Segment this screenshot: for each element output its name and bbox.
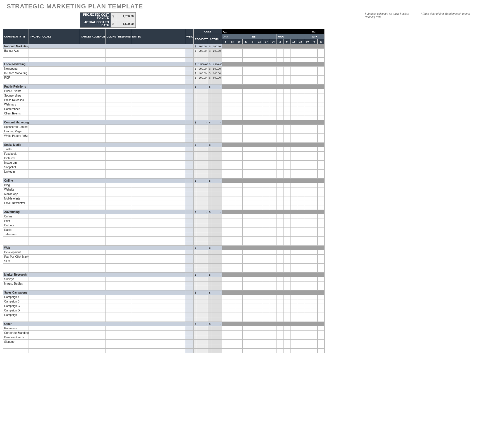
gantt-cell[interactable] (297, 93, 304, 98)
item-audience[interactable] (80, 286, 106, 290)
gantt-cell[interactable] (236, 174, 242, 179)
gantt-cell[interactable] (311, 335, 317, 340)
gantt-cell[interactable] (318, 134, 325, 138)
gantt-cell[interactable] (311, 241, 317, 246)
gantt-cell[interactable] (290, 268, 297, 273)
item-name[interactable] (3, 116, 29, 120)
gantt-cell[interactable] (318, 49, 325, 53)
gantt-cell[interactable] (311, 170, 317, 174)
item-proj[interactable] (197, 313, 208, 317)
gantt-cell[interactable] (236, 53, 242, 58)
gantt-cell[interactable] (229, 93, 236, 98)
gantt-cell[interactable] (249, 268, 256, 273)
gantt-cell[interactable] (318, 250, 325, 255)
gantt-cell[interactable] (277, 313, 283, 317)
gantt-cell[interactable] (284, 116, 290, 120)
gantt-cell[interactable] (284, 241, 290, 246)
gantt-cell[interactable] (222, 304, 229, 308)
gantt-cell[interactable] (318, 116, 325, 120)
item-notes[interactable] (131, 129, 185, 134)
gantt-cell[interactable] (297, 67, 304, 71)
gantt-cell[interactable] (284, 111, 290, 116)
gantt-cell[interactable] (242, 331, 249, 335)
gantt-cell[interactable] (270, 201, 277, 205)
item-proj[interactable] (197, 161, 208, 165)
gantt-cell[interactable] (284, 192, 290, 196)
gantt-cell[interactable] (249, 129, 256, 134)
gantt-cell[interactable] (242, 232, 249, 237)
item-proj[interactable] (197, 237, 208, 241)
marketing-plan-table[interactable]: CAMPAIGN TYPEPROJECT GOALSTARGET AUDIENC… (3, 29, 325, 353)
item-name[interactable]: Sponsorships (3, 93, 29, 98)
gantt-cell[interactable] (284, 259, 290, 264)
gantt-cell[interactable] (249, 196, 256, 201)
item-proj[interactable] (197, 129, 208, 134)
item-clicks[interactable] (106, 53, 131, 58)
gantt-cell[interactable] (236, 255, 242, 259)
gantt-cell[interactable] (311, 250, 317, 255)
item-notes[interactable] (131, 71, 185, 76)
item-goals[interactable] (29, 250, 80, 255)
gantt-cell[interactable] (236, 129, 242, 134)
gantt-cell[interactable] (297, 232, 304, 237)
item-weight[interactable] (185, 232, 194, 237)
gantt-cell[interactable] (263, 259, 270, 264)
gantt-cell[interactable] (311, 138, 317, 143)
item-clicks[interactable] (106, 268, 131, 273)
gantt-cell[interactable] (277, 111, 283, 116)
gantt-cell[interactable] (236, 326, 242, 331)
item-proj[interactable] (197, 349, 208, 353)
section-weight[interactable] (185, 143, 194, 147)
item-act[interactable] (211, 317, 222, 322)
gantt-cell[interactable] (242, 335, 249, 340)
gantt-cell[interactable] (256, 299, 263, 304)
gantt-cell[interactable] (297, 125, 304, 129)
gantt-cell[interactable] (249, 147, 256, 152)
gantt-cell[interactable] (263, 147, 270, 152)
item-audience[interactable] (80, 304, 106, 308)
gantt-cell[interactable] (318, 286, 325, 290)
item-act[interactable] (211, 152, 222, 156)
gantt-cell[interactable] (222, 241, 229, 246)
item-clicks[interactable] (106, 134, 131, 138)
gantt-cell[interactable] (263, 80, 270, 85)
item-weight[interactable] (185, 317, 194, 322)
gantt-cell[interactable] (222, 165, 229, 170)
gantt-cell[interactable] (229, 299, 236, 304)
gantt-cell[interactable] (256, 187, 263, 192)
gantt-cell[interactable] (229, 317, 236, 322)
gantt-cell[interactable] (297, 331, 304, 335)
gantt-cell[interactable] (304, 326, 311, 331)
gantt-cell[interactable] (290, 49, 297, 53)
gantt-cell[interactable] (290, 349, 297, 353)
item-notes[interactable] (131, 349, 185, 353)
item-notes[interactable] (131, 295, 185, 299)
item-weight[interactable] (185, 295, 194, 299)
gantt-cell[interactable] (311, 331, 317, 335)
gantt-cell[interactable] (256, 147, 263, 152)
item-audience[interactable] (80, 147, 106, 152)
gantt-cell[interactable] (229, 174, 236, 179)
item-weight[interactable] (185, 111, 194, 116)
gantt-cell[interactable] (263, 317, 270, 322)
item-weight[interactable] (185, 156, 194, 161)
item-proj[interactable] (197, 304, 208, 308)
gantt-cell[interactable] (222, 326, 229, 331)
gantt-cell[interactable] (249, 223, 256, 228)
item-goals[interactable] (29, 205, 80, 210)
gantt-cell[interactable] (277, 138, 283, 143)
gantt-cell[interactable] (263, 129, 270, 134)
gantt-cell[interactable] (242, 147, 249, 152)
item-name[interactable]: Website (3, 187, 29, 192)
gantt-cell[interactable] (229, 187, 236, 192)
gantt-cell[interactable] (284, 344, 290, 349)
item-goals[interactable] (29, 71, 80, 76)
gantt-cell[interactable] (249, 156, 256, 161)
gantt-cell[interactable] (297, 286, 304, 290)
gantt-cell[interactable] (242, 125, 249, 129)
gantt-cell[interactable] (311, 282, 317, 286)
item-goals[interactable] (29, 340, 80, 344)
gantt-cell[interactable] (229, 228, 236, 232)
item-clicks[interactable] (106, 326, 131, 331)
item-audience[interactable] (80, 264, 106, 268)
